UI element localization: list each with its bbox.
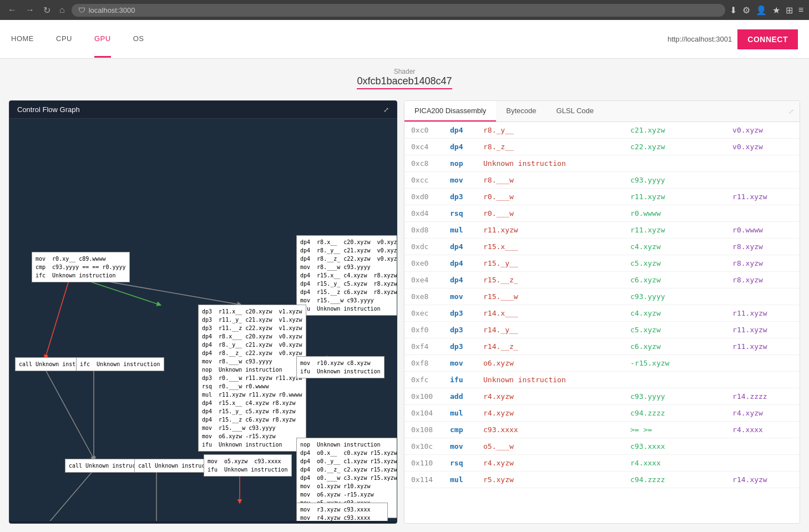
shader-label: Shader (0, 68, 809, 75)
tab-bytecode[interactable]: Bytecode (496, 101, 546, 121)
table-row: 0xc4dp4r8._z__c22.xyzwv0.xyzw (405, 139, 800, 155)
cfg-panel: Control Flow Graph ⤢ (9, 100, 397, 524)
cfg-node-o5: mov o5.xyzw c93.xxxx ifu Unknown instruc… (204, 454, 292, 477)
table-row: 0xecdp3r14.x___c4.xyzwr11.xyzw (405, 305, 800, 322)
tab-glsl[interactable]: GLSL Code (547, 101, 604, 121)
table-row: 0xf0dp3r14._y__c5.xyzwr11.xyzw (405, 322, 800, 338)
browser-bar: ← → ↻ ⌂ 🛡 localhost:3000 ⬇ ⚙ 👤 ★ ⊞ ≡ (0, 0, 809, 20)
table-row: 0xe8movr15.___wc93.yyyy (405, 288, 800, 305)
shader-hash: 0xfcb1baceb1408c47 (357, 75, 452, 89)
cfg-node-1: mov r0.xy__ c89.wwww cmp c93.yyyy == == … (32, 252, 130, 282)
table-row: 0xd4rsqr0.___wr0.wwww (405, 205, 800, 222)
cfg-node-mov-r10: mov r10.xyzw c8.xyzw ifu Unknown instruc… (296, 356, 385, 378)
more-icon[interactable]: ≡ (798, 5, 803, 16)
table-row: 0x108cmpc93.xxxx>= >=r4.xxxx (405, 422, 800, 438)
nav-cpu[interactable]: CPU (56, 21, 72, 58)
table-row: 0xd8mulr11.xyzwr11.xyzwr0.wwww (405, 222, 800, 239)
main-content: Control Flow Graph ⤢ (0, 95, 809, 529)
cfg-node-right-bottom: mov r3.xyzw c93.xxxx mov r4.xyzw c93.xxx… (296, 503, 388, 521)
table-row: 0xdcdp4r15.x___c4.xyzwr8.xyzw (405, 239, 800, 255)
table-row: 0xc0dp4r8._y__c21.xyzwv0.xyzw (405, 122, 800, 139)
cfg-node-ifc-1: ifc Unknown instruction (76, 357, 164, 371)
extension-icon[interactable]: ⚙ (742, 5, 750, 16)
profile-icon[interactable]: 👤 (756, 5, 767, 16)
disasm-table: 0xc0dp4r8._y__c21.xyzwv0.xyzw0xc4dp4r8._… (405, 122, 800, 488)
nav-items: HOME CPU GPU OS (11, 21, 668, 58)
disasm-tabs: PICA200 Disassembly Bytecode GLSL Code ⤢ (405, 101, 800, 122)
svg-line-5 (45, 370, 94, 459)
cfg-header: Control Flow Graph ⤢ (9, 101, 397, 119)
disasm-expand-icon[interactable]: ⤢ (788, 108, 794, 115)
expand-icon[interactable]: ⤢ (383, 106, 389, 114)
server-url: http://localhost:3001 (668, 35, 732, 43)
refresh-button[interactable]: ↻ (41, 4, 53, 17)
table-row: 0xf4dp3r14.__z_c6.xyzwr11.xyzw (405, 338, 800, 355)
cfg-title: Control Flow Graph (17, 105, 80, 114)
apps-icon[interactable]: ⊞ (786, 5, 793, 16)
table-row: 0xe4dp4r15.__z_c6.xyzwr8.xyzw (405, 272, 800, 288)
nav-gpu[interactable]: GPU (94, 21, 111, 58)
table-row: 0x114mulr5.xyzwc94.zzzzr14.xyzw (405, 472, 800, 488)
cfg-node-top-right: dp4 r8.x__ c20.xyzw v0.xyzw dp4 r8._y__ … (296, 235, 397, 316)
app-header: HOME CPU GPU OS http://localhost:3001 CO… (0, 20, 809, 59)
forward-button[interactable]: → (23, 4, 37, 16)
table-row: 0xc8nopUnknown instruction (405, 155, 800, 172)
table-row: 0xfcifuUnknown instruction (405, 372, 800, 388)
shield-icon: 🛡 (78, 6, 85, 14)
table-row: 0x104mulr4.xyzwc94.zzzzr4.xyzw (405, 405, 800, 422)
table-row: 0xf8movo6.xyzw-r15.xyzw (405, 355, 800, 372)
cfg-content[interactable]: mov r0.xy__ c89.wwww cmp c93.yyyy == == … (9, 119, 397, 521)
tab-pica200[interactable]: PICA200 Disassembly (405, 101, 496, 121)
disasm-panel: PICA200 Disassembly Bytecode GLSL Code ⤢… (404, 100, 800, 524)
bookmark-icon[interactable]: ★ (772, 5, 780, 16)
back-button[interactable]: ← (6, 4, 19, 16)
disasm-body[interactable]: 0xc0dp4r8._y__c21.xyzwv0.xyzw0xc4dp4r8._… (405, 122, 800, 523)
nav-home[interactable]: HOME (11, 21, 34, 58)
browser-toolbar: ⬇ ⚙ 👤 ★ ⊞ ≡ (730, 5, 803, 16)
address-bar[interactable]: 🛡 localhost:3000 (72, 4, 725, 17)
nav-os[interactable]: OS (133, 21, 144, 58)
table-row: 0x100addr4.xyzwc93.yyyyr14.zzzz (405, 388, 800, 405)
svg-line-1 (45, 275, 70, 357)
cfg-node-middle: dp3 r11.x__ c20.xyzw v1.xyzw dp3 r11._y_… (198, 305, 306, 452)
svg-line-7 (45, 470, 94, 521)
shader-section: Shader 0xfcb1baceb1408c47 (0, 59, 809, 95)
table-row: 0xccmovr8.___wc93.yyyy (405, 172, 800, 189)
table-row: 0xe0dp4r15._y__c5.xyzwr8.xyzw (405, 255, 800, 272)
url-text: localhost:3000 (89, 6, 135, 14)
home-button[interactable]: ⌂ (57, 4, 67, 16)
table-row: 0x10cmovo5.___wc93.xxxx (405, 438, 800, 455)
table-row: 0x110rsqr4.xyzwr4.xxxx (405, 455, 800, 472)
table-row: 0xd0dp3r0.___wr11.xyzwr11.xyzw (405, 189, 800, 205)
download-icon[interactable]: ⬇ (730, 5, 737, 16)
connect-button[interactable]: CONNECT (737, 29, 798, 49)
